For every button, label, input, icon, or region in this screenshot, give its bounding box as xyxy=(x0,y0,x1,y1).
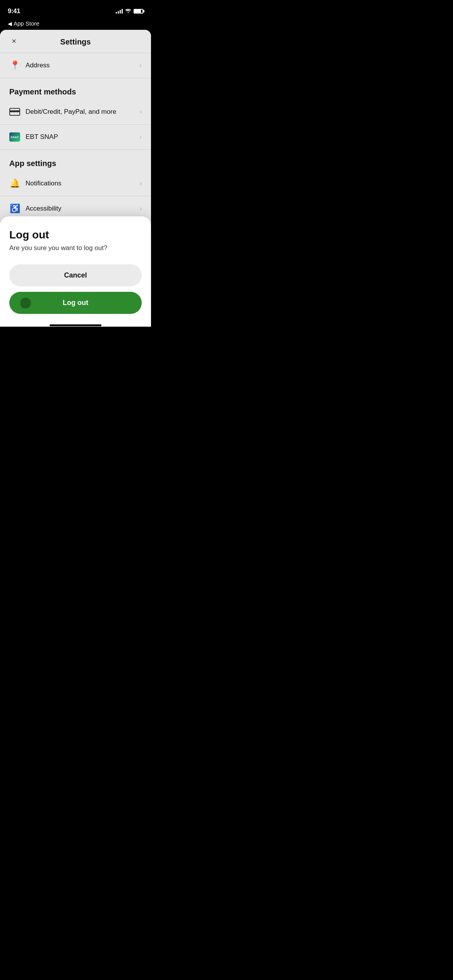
nav-back-bar[interactable]: ◀ App Store xyxy=(0,19,151,30)
card-icon xyxy=(9,106,20,117)
back-label: App Store xyxy=(14,20,39,27)
debit-credit-label: Debit/Credit, PayPal, and more xyxy=(26,108,140,116)
logout-title: Log out xyxy=(9,229,142,241)
settings-sheet: × Settings 📍 Address › Payment methods D… xyxy=(0,30,151,327)
bell-icon: 🔔 xyxy=(9,178,20,189)
ebt-snap-icon: SNAP xyxy=(9,132,20,142)
debit-credit-row[interactable]: Debit/Credit, PayPal, and more › xyxy=(0,99,151,125)
home-indicator xyxy=(50,324,101,326)
close-button[interactable]: × xyxy=(8,35,20,48)
ebt-snap-label: EBT SNAP xyxy=(26,133,140,141)
logout-button-dot xyxy=(20,298,31,308)
settings-title: Settings xyxy=(60,38,91,46)
address-label: Address xyxy=(26,62,140,69)
address-row[interactable]: 📍 Address › xyxy=(0,53,151,78)
signal-icon xyxy=(116,9,123,14)
back-chevron-icon: ◀ xyxy=(8,21,12,27)
notifications-row[interactable]: 🔔 Notifications › xyxy=(0,171,151,196)
battery-icon xyxy=(134,9,143,14)
app-settings-section-header: App settings xyxy=(0,150,151,171)
settings-header: × Settings xyxy=(0,30,151,53)
accessibility-chevron-icon: › xyxy=(140,205,142,212)
address-icon: 📍 xyxy=(9,60,20,71)
logout-dialog: Log out Are you sure you want to log out… xyxy=(0,216,151,327)
ebt-snap-chevron-icon: › xyxy=(140,134,142,140)
address-chevron-icon: › xyxy=(140,62,142,69)
close-icon: × xyxy=(12,37,16,46)
accessibility-label: Accessibility xyxy=(26,205,140,212)
accessibility-icon: ♿ xyxy=(9,203,20,214)
notifications-label: Notifications xyxy=(26,180,140,187)
notifications-chevron-icon: › xyxy=(140,180,142,187)
logout-button-label: Log out xyxy=(63,299,88,307)
logout-subtitle: Are you sure you want to log out? xyxy=(9,244,142,252)
cancel-button[interactable]: Cancel xyxy=(9,264,142,286)
logout-button[interactable]: Log out xyxy=(9,292,142,314)
ebt-snap-row[interactable]: SNAP EBT SNAP › xyxy=(0,125,151,150)
wifi-icon xyxy=(125,9,131,14)
status-bar: 9:41 xyxy=(0,0,151,19)
status-time: 9:41 xyxy=(8,7,20,15)
payment-methods-section-header: Payment methods xyxy=(0,78,151,99)
debit-credit-chevron-icon: › xyxy=(140,108,142,115)
status-icons xyxy=(116,9,143,14)
